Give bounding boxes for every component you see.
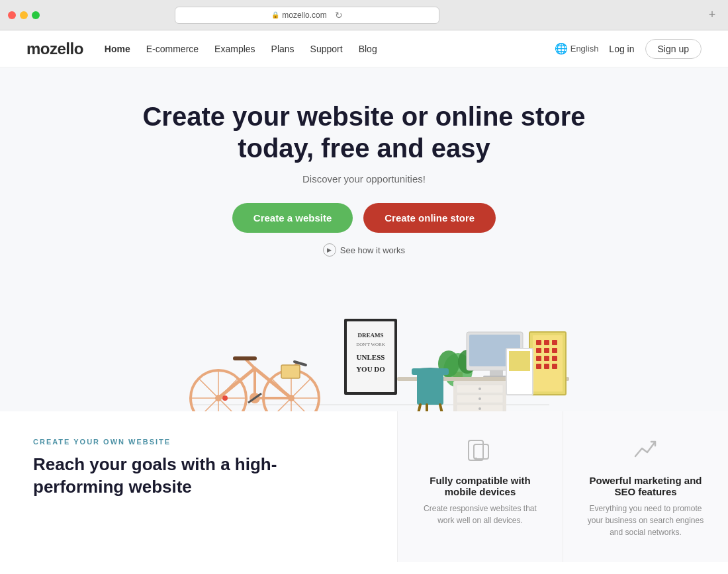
svg-rect-62	[544, 340, 549, 345]
refresh-button[interactable]: ↻	[335, 10, 343, 20]
svg-point-45	[478, 388, 481, 390]
svg-line-51	[416, 405, 420, 411]
svg-rect-33	[490, 370, 503, 376]
svg-rect-72	[552, 364, 557, 369]
svg-rect-61	[536, 340, 541, 345]
svg-point-16	[288, 395, 295, 401]
see-how-link[interactable]: ▶ See how it works	[26, 243, 702, 257]
seo-icon	[582, 435, 709, 467]
svg-text:UNLESS: UNLESS	[357, 353, 385, 361]
feature-cards: Fully compatible with mobile devices Cre…	[397, 411, 728, 562]
section-title: Reach your goals with a high-performing …	[33, 454, 364, 499]
svg-rect-77	[475, 458, 477, 459]
play-icon: ▶	[323, 243, 336, 257]
new-tab-button[interactable]: +	[704, 7, 720, 23]
nav-examples[interactable]: Examples	[214, 44, 255, 54]
create-store-button[interactable]: Create online store	[363, 203, 496, 233]
svg-rect-70	[536, 364, 541, 369]
svg-rect-19	[281, 365, 300, 378]
svg-rect-63	[552, 340, 557, 345]
svg-line-52	[440, 405, 445, 411]
svg-text:DREAMS: DREAMS	[357, 332, 383, 339]
svg-rect-76	[474, 444, 488, 459]
logo[interactable]: mozello	[26, 40, 83, 58]
section-label: CREATE YOUR OWN WEBSITE	[33, 438, 364, 446]
close-button[interactable]	[8, 11, 16, 19]
svg-text:DON'T WORK: DON'T WORK	[356, 342, 385, 347]
nav-blog[interactable]: Blog	[359, 44, 377, 54]
hero-title: Create your website or online store toda…	[132, 101, 596, 164]
nav-links: Home E-commerce Examples Plans Support B…	[105, 44, 377, 54]
feature-seo-desc: Everything you need to promote your busi…	[582, 503, 709, 538]
feature-card-mobile: Fully compatible with mobile devices Cre…	[397, 411, 563, 562]
hero-section: Create your website or online store toda…	[0, 67, 728, 411]
feature-seo-title: Powerful marketing and SEO features	[582, 475, 709, 497]
svg-point-15	[215, 395, 222, 401]
language-selector[interactable]: 🌐 English	[555, 42, 599, 55]
minimize-button[interactable]	[20, 11, 28, 19]
svg-rect-66	[552, 348, 557, 353]
address-bar[interactable]: 🔒 mozello.com ↻	[175, 7, 439, 24]
svg-rect-65	[544, 348, 549, 353]
globe-icon: 🌐	[555, 42, 568, 55]
svg-rect-49	[417, 372, 443, 405]
feature-card-seo: Powerful marketing and SEO features Ever…	[563, 411, 728, 562]
svg-rect-64	[536, 348, 541, 353]
traffic-lights	[8, 11, 40, 19]
svg-point-46	[478, 397, 481, 400]
svg-rect-68	[544, 356, 549, 361]
nav-right: 🌐 English Log in Sign up	[555, 39, 702, 59]
feature-mobile-desc: Create responsive websites that work wel…	[416, 503, 544, 526]
svg-text:YOU DO: YOU DO	[356, 365, 385, 373]
svg-rect-71	[544, 364, 549, 369]
url-text: mozello.com	[282, 11, 326, 20]
bottom-section: CREATE YOUR OWN WEBSITE Reach your goals…	[0, 411, 728, 562]
navbar: mozello Home E-commerce Examples Plans S…	[0, 30, 728, 67]
svg-point-47	[478, 407, 481, 410]
login-button[interactable]: Log in	[609, 44, 634, 54]
nav-plans[interactable]: Plans	[271, 44, 295, 54]
svg-rect-75	[469, 440, 483, 460]
create-website-button[interactable]: Create a website	[232, 203, 353, 233]
svg-rect-67	[536, 356, 541, 361]
hero-illustration: DREAMS DON'T WORK UNLESS YOU DO	[26, 272, 702, 411]
mobile-icon	[416, 435, 544, 467]
see-how-label: See how it works	[340, 245, 405, 255]
browser-chrome: 🔒 mozello.com ↻ +	[0, 0, 728, 30]
hero-subtitle: Discover your opportunities!	[26, 173, 702, 184]
feature-mobile-title: Fully compatible with mobile devices	[416, 475, 544, 497]
nav-home[interactable]: Home	[105, 44, 130, 54]
svg-rect-50	[412, 368, 449, 375]
nav-ecommerce[interactable]: E-commerce	[146, 44, 199, 54]
website-content: mozello Home E-commerce Examples Plans S…	[0, 30, 728, 574]
svg-point-20	[222, 395, 228, 401]
lock-icon: 🔒	[271, 11, 279, 19]
svg-rect-69	[552, 356, 557, 361]
language-label: English	[570, 44, 599, 54]
fullscreen-button[interactable]	[32, 11, 40, 19]
svg-rect-74	[509, 351, 530, 371]
hero-buttons: Create a website Create online store	[26, 203, 702, 233]
nav-support[interactable]: Support	[310, 44, 343, 54]
bottom-left: CREATE YOUR OWN WEBSITE Reach your goals…	[0, 411, 397, 562]
signup-button[interactable]: Sign up	[645, 39, 702, 59]
